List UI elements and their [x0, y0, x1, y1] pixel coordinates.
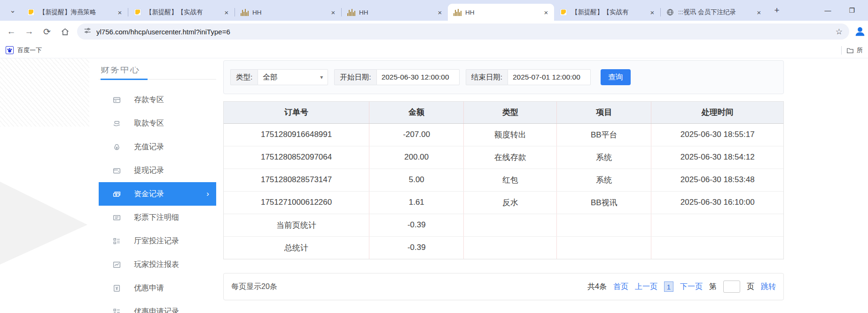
type-label: 类型: — [230, 69, 258, 85]
bookmark-baidu[interactable]: 百度一下 — [6, 46, 42, 55]
baidu-paw-icon — [6, 46, 14, 54]
bookmarks-right: 所有书签 — [841, 46, 862, 55]
cell-type: 额度转出 — [464, 123, 557, 146]
cell-order-id: 1751280916648991 — [224, 123, 369, 146]
cell-order-id: 1751271000612260 — [224, 191, 369, 214]
tab-3[interactable]: HH × — [235, 4, 341, 21]
waveform-icon — [241, 8, 248, 16]
search-button[interactable]: 查询 — [601, 69, 631, 85]
start-date-input[interactable] — [376, 69, 460, 85]
col-type: 类型 — [464, 102, 557, 123]
coupon-icon — [112, 284, 121, 293]
tab-title: HH — [359, 9, 431, 16]
record-list-icon — [112, 307, 121, 313]
bookmark-label: 百度一下 — [17, 46, 42, 55]
tab-close-icon[interactable]: × — [222, 8, 231, 16]
tab-1[interactable]: 【新提醒】海燕策略 × — [22, 4, 128, 21]
cell-empty — [464, 214, 557, 236]
table-header-row: 订单号 金额 类型 项目 处理时间 — [224, 102, 783, 123]
type-select[interactable]: 全部 ▾ — [258, 69, 328, 85]
cell-process-time: 2025-06-30 18:53:48 — [651, 169, 783, 191]
sidebar-item-label: 取款专区 — [134, 119, 164, 128]
tab-2[interactable]: 【新提醒】【实战有 × — [128, 4, 235, 21]
tab-4[interactable]: HH × — [342, 4, 448, 21]
sidebar-item-label: 存款专区 — [134, 95, 164, 105]
cell-amount: -0.39 — [369, 214, 464, 236]
moneybag-icon — [112, 143, 121, 152]
tab-close-icon[interactable]: × — [329, 8, 337, 16]
back-button[interactable]: ← — [3, 23, 20, 40]
home-button[interactable] — [56, 23, 73, 40]
sidebar-menu: 存款专区 取款专区 充值记录 提现记录 — [99, 88, 216, 313]
cell-amount: -0.39 — [369, 236, 464, 259]
tab-close-icon[interactable]: × — [436, 8, 444, 16]
page-content: 财务中心 存款专区 取款专区 充值记录 — [0, 58, 868, 313]
cell-empty — [557, 214, 651, 236]
tab-6[interactable]: 【新提醒】【实战有 × — [554, 4, 660, 21]
tab-title: HH — [252, 9, 325, 16]
jump-button[interactable]: 跳转 — [761, 282, 776, 292]
bookmark-star-icon[interactable]: ☆ — [836, 27, 843, 37]
table-row-total-stats: 总统计 -0.39 — [224, 236, 783, 259]
sidebar-heading-underline — [99, 79, 216, 80]
first-page-link[interactable]: 首页 — [613, 282, 628, 292]
current-page-badge[interactable]: 1 — [664, 281, 673, 292]
filter-panel: 类型: 全部 ▾ 开始日期: 结束日期: 查询 — [223, 60, 784, 94]
sidebar-item-promo-apply[interactable]: 优惠申请 — [99, 276, 216, 300]
sidebar-item-label: 优惠申请 — [134, 283, 164, 293]
total-count-text: 共4条 — [587, 282, 607, 292]
sidebar-item-recharge-records[interactable]: 充值记录 — [99, 135, 216, 159]
next-page-link[interactable]: 下一页 — [680, 282, 703, 292]
table-row-page-stats: 当前页统计 -0.39 — [224, 214, 783, 236]
sidebar-item-promo-apply-records[interactable]: 优惠申请记录 — [99, 300, 216, 313]
grid-list-icon — [112, 237, 121, 246]
prev-page-link[interactable]: 上一页 — [635, 282, 657, 292]
tab-search-button[interactable]: ⌄ — [6, 3, 20, 17]
col-amount: 金额 — [369, 102, 464, 123]
sidebar-item-withdraw-zone[interactable]: 取款专区 — [99, 112, 216, 135]
tab-5-active[interactable]: HH × — [448, 4, 554, 21]
cell-order-id: 1751280852097064 — [224, 146, 369, 169]
minimize-button[interactable]: — — [824, 7, 831, 14]
cell-process-time: 2025-06-30 18:54:12 — [651, 146, 783, 169]
site-info-icon[interactable] — [84, 27, 91, 36]
end-date-input[interactable] — [508, 69, 591, 85]
sidebar-item-funds-records[interactable]: 资金记录 › — [99, 182, 216, 206]
sidebar-item-player-bet-report[interactable]: 玩家投注报表 — [99, 253, 216, 276]
cell-stats-label: 当前页统计 — [224, 214, 369, 236]
tab-title: 【新提醒】【实战有 — [146, 8, 218, 16]
forward-button[interactable]: → — [21, 23, 38, 40]
cell-stats-label: 总统计 — [224, 236, 369, 259]
sidebar-item-label: 优惠申请记录 — [134, 307, 179, 313]
url-text[interactable]: yl756.com/hhcp/usercenter.html?iniType=6 — [96, 28, 830, 36]
sidebar: 财务中心 存款专区 取款专区 充值记录 — [99, 58, 216, 313]
sidebar-item-lottery-bet-detail[interactable]: 彩票下注明细 — [99, 206, 216, 229]
tab-close-icon[interactable]: × — [648, 8, 657, 16]
tab-close-icon[interactable]: × — [542, 8, 550, 16]
sidebar-item-deposit-zone[interactable]: 存款专区 — [99, 88, 216, 112]
sidebar-item-withdraw-records[interactable]: 提现记录 — [99, 159, 216, 182]
maximize-button[interactable]: ❐ — [849, 7, 855, 14]
bookmarks-bar: 百度一下 所有书签 — [0, 42, 868, 58]
background-watermark-triangle — [0, 182, 87, 265]
new-tab-button[interactable]: + — [770, 3, 784, 17]
cell-empty — [464, 236, 557, 259]
jump-suffix-text: 页 — [747, 282, 754, 292]
tab-title: :::视讯 会员下注纪录 — [678, 8, 751, 16]
tab-close-icon[interactable]: × — [116, 8, 124, 16]
start-date-group: 开始日期: — [334, 69, 459, 85]
tab-close-icon[interactable]: × — [755, 8, 763, 16]
table-row: 1751280852097064 200.00 在线存款 系统 2025-06-… — [224, 146, 783, 169]
reload-button[interactable]: ⟳ — [39, 23, 55, 40]
cell-process-time: 2025-06-30 18:55:17 — [651, 123, 783, 146]
address-bar[interactable]: yl756.com/hhcp/usercenter.html?iniType=6… — [77, 24, 849, 40]
globe-icon — [666, 8, 674, 16]
jump-page-input[interactable] — [723, 281, 740, 293]
tab-7[interactable]: :::视讯 会员下注纪录 × — [661, 4, 767, 21]
all-bookmarks-button[interactable]: 所有书签 — [846, 46, 862, 55]
browser-toolbar: ← → ⟳ yl756.com/hhcp/usercenter.html?ini… — [0, 21, 868, 42]
profile-avatar[interactable] — [853, 24, 867, 39]
chevron-right-icon: › — [206, 189, 209, 199]
cell-empty — [651, 236, 783, 259]
sidebar-item-hall-bet-records[interactable]: 厅室投注记录 — [99, 229, 216, 253]
